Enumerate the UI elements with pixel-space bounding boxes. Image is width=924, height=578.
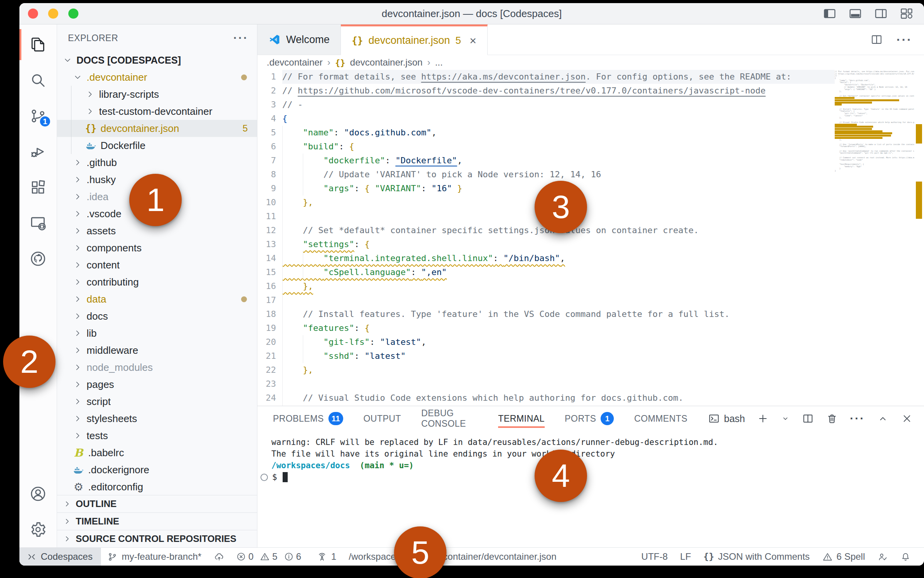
tree-item-lib[interactable]: lib <box>57 325 257 342</box>
title-layout-panel-icon[interactable] <box>848 6 863 21</box>
feedback[interactable] <box>871 548 894 566</box>
file-path[interactable]: /workspaces/docs/.devcontainer/devcontai… <box>342 548 563 566</box>
activity-item-github[interactable] <box>19 241 57 277</box>
docker-icon <box>85 140 97 151</box>
activity-item-run-and-debug[interactable] <box>19 134 57 170</box>
trash-icon[interactable] <box>826 412 838 425</box>
shell-selector[interactable]: bash <box>708 412 745 425</box>
panel-tab-output[interactable]: OUTPUT <box>363 406 401 431</box>
tree-item--github[interactable]: .github <box>57 154 257 171</box>
activity-item-accounts[interactable] <box>19 476 57 512</box>
close-icon[interactable] <box>901 412 913 425</box>
tree-item--devcontainer[interactable]: .devcontainer <box>57 69 257 86</box>
panel-tab-comments[interactable]: COMMENTS <box>634 406 687 431</box>
plus-icon[interactable] <box>757 412 769 425</box>
modified-dot-badge <box>241 296 247 302</box>
tree-item-node-modules[interactable]: node_modules <box>57 359 257 376</box>
files-icon <box>29 36 47 54</box>
status-count: 0 <box>248 551 254 562</box>
line-number: 7 <box>257 154 276 168</box>
breadcrumb[interactable]: .devcontainer›{}devcontainer.json›... <box>257 55 924 70</box>
tree-item-dockerfile[interactable]: Dockerfile <box>57 137 257 154</box>
language-mode[interactable]: {}JSON with Comments <box>697 548 816 566</box>
panel-tab-debug-console[interactable]: DEBUG CONSOLE <box>421 406 478 431</box>
sync-status[interactable] <box>208 548 231 566</box>
tree-item--dockerignore[interactable]: .dockerignore <box>57 461 257 478</box>
problems-status[interactable]: 056 <box>231 548 311 566</box>
tree-root-folder[interactable]: DOCS [CODESPACES] <box>57 52 257 69</box>
tree-item-components[interactable]: components <box>57 239 257 256</box>
panel-more-icon[interactable]: ··· <box>850 412 865 425</box>
ports-status[interactable]: 1 <box>311 548 342 566</box>
sidebar-section-timeline[interactable]: TIMELINE <box>57 512 257 530</box>
editor-more-icon[interactable]: ··· <box>896 33 912 47</box>
tree-item-data[interactable]: data <box>57 291 257 308</box>
terminal[interactable]: warning: CRLF will be replaced by LF in … <box>257 431 924 547</box>
editor[interactable]: 1// For format details, see https://aka.… <box>257 70 924 406</box>
activity-item-explorer[interactable] <box>19 27 57 62</box>
tree-item-test-custom-devcontainer[interactable]: test-custom-devcontainer <box>57 103 257 120</box>
title-layout-customize-icon[interactable] <box>899 6 914 21</box>
notifications[interactable] <box>894 548 917 566</box>
tree-item-content[interactable]: content <box>57 256 257 273</box>
tree-item-library-scripts[interactable]: library-scripts <box>57 86 257 103</box>
sidebar-section-outline[interactable]: OUTLINE <box>57 495 257 512</box>
indent-guide <box>282 209 283 223</box>
tree-item-script[interactable]: script <box>57 393 257 410</box>
panel-tab-problems[interactable]: PROBLEMS11 <box>273 406 343 431</box>
split-icon[interactable] <box>802 412 814 425</box>
breadcrumb-item[interactable]: devcontainer.json <box>350 57 423 68</box>
panel-tab-terminal[interactable]: TERMINAL <box>498 406 545 431</box>
breadcrumb-item[interactable]: ... <box>435 57 443 68</box>
tree-item-docs[interactable]: docs <box>57 308 257 325</box>
tree-item-contributing[interactable]: contributing <box>57 273 257 291</box>
tree-item-stylesheets[interactable]: stylesheets <box>57 410 257 427</box>
sidebar-header: EXPLORER ··· <box>57 24 257 52</box>
title-layout-sidebar-right-icon[interactable] <box>874 6 888 21</box>
chevron-right-icon <box>73 260 83 270</box>
tree-item-devcontainer-json[interactable]: {}devcontainer.json5 <box>57 120 257 137</box>
spell-status[interactable]: 6 Spell <box>816 548 871 566</box>
activity-item-source-control[interactable]: 1 <box>19 98 57 134</box>
terminal-input-line[interactable]: $ <box>271 471 924 483</box>
breadcrumb-item[interactable]: .devcontainer <box>267 57 323 68</box>
panel-tab-ports[interactable]: PORTS1 <box>565 406 614 431</box>
encoding[interactable]: UTF-8 <box>635 548 674 566</box>
chevron-up-icon[interactable] <box>877 412 889 425</box>
sidebar-section-source[interactable]: SOURCE CONTROL REPOSITORIES <box>57 530 257 547</box>
callout-5: 5 <box>394 526 446 578</box>
tree-item-tests[interactable]: tests <box>57 427 257 444</box>
minimap[interactable]: // For format details, see https://aka.m… <box>835 70 914 406</box>
chevron-right-icon <box>63 517 72 526</box>
panel-tab-label: DEBUG CONSOLE <box>421 408 478 429</box>
tree-item-label: components <box>87 242 142 254</box>
chevron-right-icon <box>73 157 83 168</box>
cloud-upload-icon <box>214 552 224 562</box>
code-line-22: 22 }, <box>257 363 924 377</box>
tab-close-icon[interactable]: × <box>470 34 477 47</box>
tree-item-label: .devcontainer <box>87 71 147 83</box>
tree-item-pages[interactable]: pages <box>57 376 257 393</box>
activity-item-extensions[interactable] <box>19 170 57 205</box>
tab-devcontainer-json[interactable]: {}devcontainer.json5× <box>341 24 488 55</box>
status-label: Codespaces <box>41 551 92 562</box>
branch-status[interactable]: my-feature-branch* <box>101 548 207 566</box>
activity-item-settings[interactable] <box>19 512 57 547</box>
eol[interactable]: LF <box>674 548 697 566</box>
code-line-content: "terminal.integrated.shell.linux": "/bin… <box>282 251 924 265</box>
activity-item-search[interactable] <box>19 62 57 98</box>
tree-item--editorconfig[interactable]: ⚙.editorconfig <box>57 478 257 495</box>
title-layout-sidebar-left-icon[interactable] <box>822 6 837 21</box>
chevron-down-icon[interactable] <box>781 414 790 423</box>
sidebar-more-button[interactable]: ··· <box>233 34 248 42</box>
tab-welcome[interactable]: Welcome <box>257 24 341 55</box>
warning-icon <box>260 552 270 562</box>
activity-item-remote-explorer[interactable] <box>19 205 57 241</box>
extensions-icon <box>29 178 47 196</box>
indent-guide <box>282 321 283 335</box>
tree-item-middleware[interactable]: middleware <box>57 342 257 359</box>
split-editor-icon[interactable] <box>870 33 883 46</box>
tree-item--babelrc[interactable]: B.babelrc <box>57 444 257 461</box>
remote-indicator[interactable]: Codespaces <box>19 548 101 566</box>
overview-ruler[interactable] <box>914 70 924 406</box>
